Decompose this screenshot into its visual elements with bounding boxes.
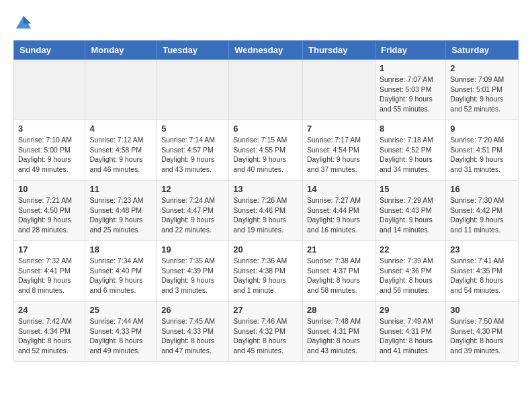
calendar-cell — [14, 60, 85, 120]
day-info: Sunrise: 7:44 AM Sunset: 4:33 PM Dayligh… — [89, 316, 152, 356]
day-number: 18 — [89, 244, 152, 255]
day-info: Sunrise: 7:24 AM Sunset: 4:47 PM Dayligh… — [161, 195, 224, 235]
calendar-cell: 2Sunrise: 7:09 AM Sunset: 5:01 PM Daylig… — [446, 60, 519, 120]
day-number: 30 — [450, 305, 514, 315]
svg-marker-1 — [24, 16, 31, 24]
day-info: Sunrise: 7:27 AM Sunset: 4:44 PM Dayligh… — [307, 195, 371, 235]
calendar-table: SundayMondayTuesdayWednesdayThursdayFrid… — [13, 40, 519, 362]
calendar-cell: 15Sunrise: 7:29 AM Sunset: 4:43 PM Dayli… — [375, 181, 445, 241]
calendar-cell: 8Sunrise: 7:18 AM Sunset: 4:52 PM Daylig… — [375, 120, 445, 181]
calendar-cell: 23Sunrise: 7:41 AM Sunset: 4:35 PM Dayli… — [446, 241, 519, 302]
day-number: 3 — [18, 124, 81, 134]
calendar-cell: 14Sunrise: 7:27 AM Sunset: 4:44 PM Dayli… — [303, 181, 375, 241]
calendar-cell: 26Sunrise: 7:45 AM Sunset: 4:33 PM Dayli… — [157, 302, 229, 362]
day-info: Sunrise: 7:49 AM Sunset: 4:31 PM Dayligh… — [380, 316, 441, 356]
calendar-cell: 30Sunrise: 7:50 AM Sunset: 4:30 PM Dayli… — [446, 302, 519, 362]
day-number: 14 — [307, 184, 371, 194]
day-number: 21 — [307, 244, 371, 255]
day-number: 28 — [307, 305, 371, 315]
day-info: Sunrise: 7:14 AM Sunset: 4:57 PM Dayligh… — [161, 135, 224, 175]
day-info: Sunrise: 7:15 AM Sunset: 4:55 PM Dayligh… — [233, 135, 298, 175]
day-number: 8 — [380, 124, 441, 134]
day-info: Sunrise: 7:17 AM Sunset: 4:54 PM Dayligh… — [307, 135, 371, 175]
day-info: Sunrise: 7:23 AM Sunset: 4:48 PM Dayligh… — [89, 195, 152, 235]
day-number: 11 — [89, 184, 152, 194]
calendar-cell — [157, 60, 229, 120]
calendar-week-row: 3Sunrise: 7:10 AM Sunset: 5:00 PM Daylig… — [14, 120, 519, 181]
day-number: 7 — [307, 124, 371, 134]
day-info: Sunrise: 7:09 AM Sunset: 5:01 PM Dayligh… — [450, 75, 514, 114]
calendar-cell: 1Sunrise: 7:07 AM Sunset: 5:03 PM Daylig… — [375, 60, 445, 120]
calendar-day-header: Sunday — [14, 41, 85, 60]
day-info: Sunrise: 7:18 AM Sunset: 4:52 PM Dayligh… — [380, 135, 441, 175]
day-number: 1 — [380, 63, 441, 73]
calendar-header: SundayMondayTuesdayWednesdayThursdayFrid… — [14, 41, 519, 60]
calendar-body: 1Sunrise: 7:07 AM Sunset: 5:03 PM Daylig… — [14, 60, 519, 362]
calendar-cell — [85, 60, 157, 120]
calendar-cell: 3Sunrise: 7:10 AM Sunset: 5:00 PM Daylig… — [14, 120, 85, 181]
day-number: 26 — [161, 305, 224, 315]
day-info: Sunrise: 7:21 AM Sunset: 4:50 PM Dayligh… — [18, 195, 81, 235]
day-number: 10 — [18, 184, 81, 194]
calendar-wrapper: SundayMondayTuesdayWednesdayThursdayFrid… — [0, 40, 532, 369]
calendar-cell: 29Sunrise: 7:49 AM Sunset: 4:31 PM Dayli… — [375, 302, 445, 362]
day-number: 27 — [233, 305, 298, 315]
header-row: SundayMondayTuesdayWednesdayThursdayFrid… — [14, 41, 519, 60]
calendar-day-header: Thursday — [303, 41, 375, 60]
day-number: 24 — [18, 305, 81, 315]
day-number: 19 — [161, 244, 224, 255]
calendar-cell: 5Sunrise: 7:14 AM Sunset: 4:57 PM Daylig… — [157, 120, 229, 181]
day-info: Sunrise: 7:39 AM Sunset: 4:36 PM Dayligh… — [380, 256, 441, 295]
day-info: Sunrise: 7:35 AM Sunset: 4:39 PM Dayligh… — [161, 256, 224, 295]
calendar-cell: 6Sunrise: 7:15 AM Sunset: 4:55 PM Daylig… — [229, 120, 303, 181]
calendar-cell: 21Sunrise: 7:38 AM Sunset: 4:37 PM Dayli… — [303, 241, 375, 302]
day-number: 4 — [89, 124, 152, 134]
calendar-cell — [303, 60, 375, 120]
day-info: Sunrise: 7:41 AM Sunset: 4:35 PM Dayligh… — [450, 256, 514, 295]
calendar-week-row: 10Sunrise: 7:21 AM Sunset: 4:50 PM Dayli… — [14, 181, 519, 241]
calendar-cell: 4Sunrise: 7:12 AM Sunset: 4:58 PM Daylig… — [85, 120, 157, 181]
calendar-cell: 13Sunrise: 7:26 AM Sunset: 4:46 PM Dayli… — [229, 181, 303, 241]
calendar-cell: 17Sunrise: 7:32 AM Sunset: 4:41 PM Dayli… — [14, 241, 85, 302]
calendar-cell: 12Sunrise: 7:24 AM Sunset: 4:47 PM Dayli… — [157, 181, 229, 241]
calendar-cell: 28Sunrise: 7:48 AM Sunset: 4:31 PM Dayli… — [303, 302, 375, 362]
page-container: SundayMondayTuesdayWednesdayThursdayFrid… — [0, 0, 532, 369]
calendar-cell: 16Sunrise: 7:30 AM Sunset: 4:42 PM Dayli… — [446, 181, 519, 241]
day-info: Sunrise: 7:20 AM Sunset: 4:51 PM Dayligh… — [450, 135, 514, 175]
day-info: Sunrise: 7:48 AM Sunset: 4:31 PM Dayligh… — [307, 316, 371, 356]
day-info: Sunrise: 7:12 AM Sunset: 4:58 PM Dayligh… — [89, 135, 152, 175]
logo — [13, 13, 36, 34]
day-number: 12 — [161, 184, 224, 194]
day-info: Sunrise: 7:42 AM Sunset: 4:34 PM Dayligh… — [18, 316, 81, 356]
day-number: 15 — [380, 184, 441, 194]
calendar-cell: 7Sunrise: 7:17 AM Sunset: 4:54 PM Daylig… — [303, 120, 375, 181]
day-number: 13 — [233, 184, 298, 194]
calendar-cell: 24Sunrise: 7:42 AM Sunset: 4:34 PM Dayli… — [14, 302, 85, 362]
day-number: 29 — [380, 305, 441, 315]
calendar-week-row: 24Sunrise: 7:42 AM Sunset: 4:34 PM Dayli… — [14, 302, 519, 362]
day-number: 6 — [233, 124, 298, 134]
calendar-cell: 11Sunrise: 7:23 AM Sunset: 4:48 PM Dayli… — [85, 181, 157, 241]
day-number: 23 — [450, 244, 514, 255]
day-info: Sunrise: 7:34 AM Sunset: 4:40 PM Dayligh… — [89, 256, 152, 295]
day-info: Sunrise: 7:10 AM Sunset: 5:00 PM Dayligh… — [18, 135, 81, 175]
day-info: Sunrise: 7:29 AM Sunset: 4:43 PM Dayligh… — [380, 195, 441, 235]
day-number: 25 — [89, 305, 152, 315]
calendar-cell: 18Sunrise: 7:34 AM Sunset: 4:40 PM Dayli… — [85, 241, 157, 302]
day-info: Sunrise: 7:32 AM Sunset: 4:41 PM Dayligh… — [18, 256, 81, 295]
calendar-day-header: Monday — [85, 41, 157, 60]
calendar-day-header: Saturday — [446, 41, 519, 60]
day-info: Sunrise: 7:46 AM Sunset: 4:32 PM Dayligh… — [233, 316, 298, 356]
day-number: 17 — [18, 244, 81, 255]
day-info: Sunrise: 7:07 AM Sunset: 5:03 PM Dayligh… — [380, 75, 441, 114]
page-header — [0, 0, 532, 40]
calendar-cell: 9Sunrise: 7:20 AM Sunset: 4:51 PM Daylig… — [446, 120, 519, 181]
day-number: 5 — [161, 124, 224, 134]
calendar-cell: 10Sunrise: 7:21 AM Sunset: 4:50 PM Dayli… — [14, 181, 85, 241]
calendar-cell: 27Sunrise: 7:46 AM Sunset: 4:32 PM Dayli… — [229, 302, 303, 362]
day-info: Sunrise: 7:26 AM Sunset: 4:46 PM Dayligh… — [233, 195, 298, 235]
calendar-day-header: Tuesday — [157, 41, 229, 60]
calendar-cell: 20Sunrise: 7:36 AM Sunset: 4:38 PM Dayli… — [229, 241, 303, 302]
day-info: Sunrise: 7:36 AM Sunset: 4:38 PM Dayligh… — [233, 256, 298, 295]
calendar-day-header: Friday — [375, 41, 445, 60]
